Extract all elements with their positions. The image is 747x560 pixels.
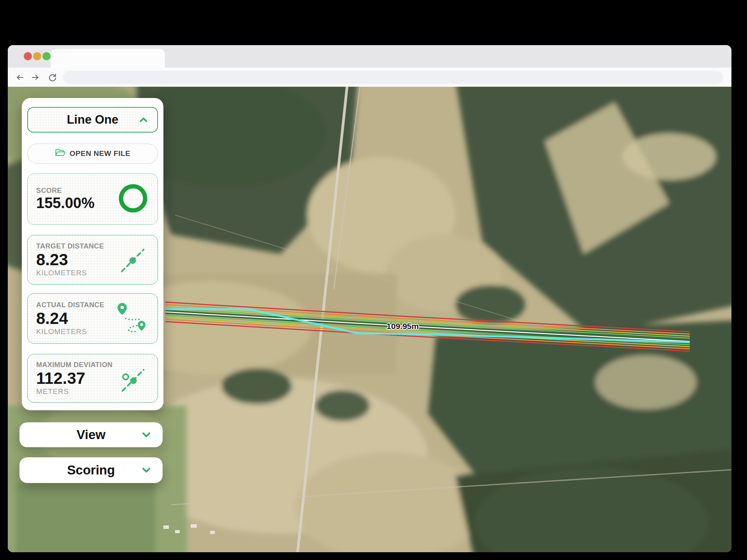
target-distance-icon [117,243,148,277]
browser-toolbar [8,68,731,87]
route-pins-icon [116,301,148,336]
reload-button[interactable] [47,73,57,82]
deviation-icon [117,361,148,396]
max-deviation-map-label: 109.95m [387,322,419,331]
score-card: SCORE 155.00% [27,173,158,225]
reload-icon [47,73,57,82]
score-label: SCORE [36,187,95,195]
actual-distance-card: ACTUAL DISTANCE 8.24 KILOMETERS [27,293,158,344]
line-selector-label: Line One [67,113,119,127]
target-distance-value: 8.23 [36,250,104,269]
actual-distance-label: ACTUAL DISTANCE [36,301,104,309]
zoom-window-button[interactable] [42,52,51,60]
browser-tab[interactable] [51,49,165,68]
target-distance-card: TARGET DISTANCE 8.23 KILOMETERS [27,235,158,285]
scoring-dropdown-label: Scoring [67,463,115,478]
target-distance-unit: KILOMETERS [36,269,104,277]
chevron-down-icon [140,464,153,476]
maximum-deviation-value: 112.37 [36,369,112,387]
chevron-up-icon [138,114,149,126]
score-ring-icon [118,183,148,215]
browser-window: 109.95m Line One OPEN NEW FILE [8,45,731,552]
back-button[interactable] [15,73,24,82]
minimize-window-button[interactable] [33,52,41,60]
maximum-deviation-unit: METERS [36,387,112,396]
view-dropdown-button[interactable]: View [19,422,163,447]
target-distance-label: TARGET DISTANCE [36,242,104,250]
maximum-deviation-card: MAXIMUM DEVIATION 112.37 METERS [27,354,158,403]
forward-button[interactable] [31,73,40,82]
actual-distance-unit: KILOMETERS [36,327,104,336]
address-bar[interactable] [63,71,723,84]
map-canvas[interactable]: 109.95m Line One OPEN NEW FILE [8,87,731,552]
actual-distance-value: 8.24 [36,309,104,327]
close-window-button[interactable] [24,52,32,60]
sidebar-panel: Line One OPEN NEW FILE S [22,98,163,410]
view-dropdown-label: View [77,427,106,442]
line-selector-button[interactable]: Line One [27,107,158,133]
browser-tab-bar [8,45,731,68]
score-value: 155.00% [36,195,95,212]
open-new-file-button[interactable]: OPEN NEW FILE [27,144,158,164]
open-new-file-label: OPEN NEW FILE [70,149,130,158]
scoring-dropdown-button[interactable]: Scoring [19,457,163,483]
forward-arrow-icon [31,73,40,82]
chevron-down-icon [140,429,153,441]
maximum-deviation-label: MAXIMUM DEVIATION [36,361,112,369]
back-arrow-icon [15,73,24,82]
open-folder-icon [55,148,65,159]
